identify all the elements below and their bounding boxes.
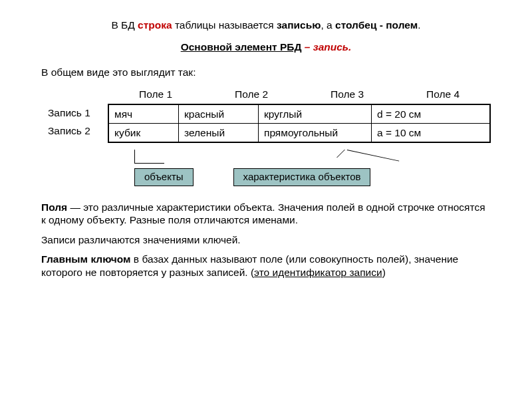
tag-characteristics: характеристика объектов <box>233 168 371 186</box>
row-label-2: Запись 2 <box>48 124 90 137</box>
sub-suffix: . <box>348 41 351 53</box>
fields-term: Поля <box>41 201 67 213</box>
subtitle: Основной элемент РБД – запись. <box>41 41 491 53</box>
cell: прямоугольный <box>259 124 372 142</box>
sub-dash: – <box>301 41 313 53</box>
t-mid2: , а <box>321 19 335 31</box>
t-row-word: строка <box>138 19 172 31</box>
cell: d = 20 см <box>372 105 489 123</box>
cell: красный <box>179 105 259 123</box>
sub-word: запись <box>313 41 348 53</box>
t-mid1: таблицы называется <box>172 19 277 31</box>
t-col-word: столбец - полем <box>335 19 418 31</box>
mainkey-end: ) <box>382 267 386 278</box>
sub-prefix: Основной элемент РБД <box>181 41 302 53</box>
header-col-2: Поле 2 <box>203 88 299 103</box>
t-pre: В БД <box>111 19 138 31</box>
header-col-4: Поле 4 <box>395 88 491 103</box>
header-col-1: Поле 1 <box>108 88 203 103</box>
cell: зеленый <box>179 124 259 142</box>
table-row: мяч красный круглый d = 20 см <box>109 105 489 123</box>
tag-objects: объекты <box>134 168 194 186</box>
cell: круглый <box>259 105 372 123</box>
intro-text: В общем виде это выглядит так: <box>41 66 491 78</box>
mainkey-underlined: это идентификатор записи <box>254 267 382 278</box>
cell: кубик <box>109 124 179 142</box>
mainkey-term: Главным ключом <box>41 253 131 265</box>
connector-lines <box>108 150 491 168</box>
example-grid: Поле 1 Поле 2 Поле 3 Поле 4 Запись 1 Зап… <box>48 88 491 143</box>
fields-definition: Поля — это различные характеристики объе… <box>41 201 491 227</box>
t-end: . <box>418 19 420 31</box>
body-text: Поля — это различные характеристики объе… <box>41 201 491 279</box>
table-row: кубик зеленый прямоугольный a = 10 см <box>109 123 489 142</box>
title-line: В БД строка таблицы называется записью, … <box>41 19 491 31</box>
fields-rest: — это различные характеристики объекта. … <box>41 201 485 225</box>
records-differ: Записи различаются значениями ключей. <box>41 233 491 246</box>
column-headers: Поле 1 Поле 2 Поле 3 Поле 4 <box>108 88 491 103</box>
main-key-definition: Главным ключом в базах данных называют п… <box>41 253 491 279</box>
cell: мяч <box>109 105 179 123</box>
row-label-1: Запись 1 <box>48 106 90 119</box>
tag-boxes: объекты характеристика объектов <box>134 168 491 186</box>
cell: a = 10 см <box>372 124 489 142</box>
header-col-3: Поле 3 <box>299 88 395 103</box>
data-table: мяч красный круглый d = 20 см кубик зеле… <box>108 104 491 144</box>
t-record-word: записью <box>277 19 321 31</box>
